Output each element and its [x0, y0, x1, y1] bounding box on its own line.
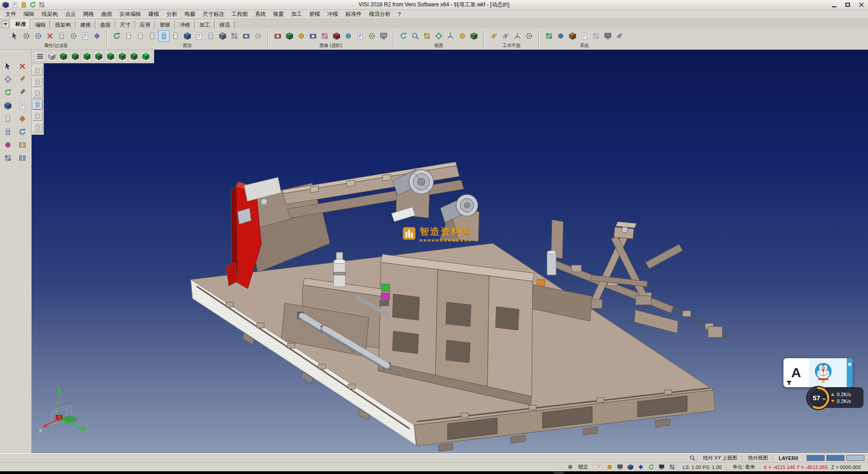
grid-status-icon[interactable] — [668, 463, 676, 471]
menu-item-file[interactable]: 文件 — [2, 9, 20, 19]
standards-icon[interactable] — [567, 31, 578, 41]
select-tool-icon[interactable] — [3, 61, 14, 71]
properties-icon[interactable] — [21, 31, 32, 41]
layer-cylinder-icon[interactable] — [57, 31, 67, 41]
filter-icon[interactable] — [33, 31, 43, 41]
units-readout[interactable]: 单位: 毫米 — [728, 464, 759, 470]
zoom-window-icon[interactable] — [410, 31, 420, 41]
mini-cylinder-icon-3[interactable] — [33, 88, 42, 98]
previous-view-icon[interactable] — [457, 31, 467, 41]
menu-item-pointcloud[interactable]: 点云 — [61, 9, 80, 19]
options-grid-icon[interactable] — [591, 31, 601, 41]
undo-tool-icon[interactable] — [17, 126, 28, 137]
open-file-icon[interactable] — [20, 1, 28, 9]
globe-icon[interactable] — [556, 31, 566, 41]
edit-tool-icon[interactable] — [17, 87, 28, 98]
layer-manager-icon[interactable] — [544, 31, 554, 41]
view-mode-label[interactable]: 绝对 XY 上视图 — [699, 455, 741, 461]
select-icon[interactable] — [9, 31, 20, 41]
catalog-icon[interactable] — [17, 152, 28, 163]
workspace-icon[interactable] — [38, 1, 46, 9]
lamp-status-icon[interactable] — [605, 463, 613, 471]
tab-modeling[interactable]: 建模 — [76, 20, 95, 28]
graphics-settings-icon[interactable] — [253, 31, 263, 41]
view-iso-icon[interactable] — [117, 51, 127, 62]
mini-cylinder-icon-6[interactable] — [33, 122, 42, 132]
erase-tool-icon[interactable] — [17, 61, 28, 71]
cad-model[interactable] — [32, 50, 868, 453]
line-tool-icon[interactable] — [17, 74, 28, 85]
camera-icon[interactable] — [308, 31, 318, 41]
tab-die[interactable]: 冲模 — [175, 20, 195, 28]
system-monitor-icon[interactable] — [603, 31, 613, 41]
menu-item-system[interactable]: 系统 — [251, 9, 269, 19]
workplane-3pt-icon[interactable] — [500, 31, 511, 41]
assistant-widget-card[interactable]: A — [783, 358, 853, 387]
shaded-edges-icon[interactable] — [159, 31, 169, 41]
mask-icon[interactable] — [92, 31, 102, 41]
tab-surface[interactable]: 曲面 — [96, 20, 115, 28]
menu-item-drafting[interactable]: 工程图 — [228, 9, 251, 19]
tab-mold[interactable]: 塑膜 — [156, 20, 175, 28]
minimize-button[interactable] — [827, 0, 841, 9]
drawing-view-icon[interactable] — [194, 31, 204, 41]
menu-item-machining[interactable]: 加工 — [288, 9, 306, 19]
menu-item-mold[interactable]: 塑模 — [306, 9, 324, 19]
shadow-icon[interactable] — [343, 31, 354, 41]
redraw-icon[interactable] — [112, 31, 122, 41]
preview-icon[interactable] — [378, 31, 389, 41]
menu-item-standard-parts[interactable]: 标准件 — [342, 9, 365, 19]
progress-gauge[interactable]: 57 % — [805, 384, 832, 412]
view-left-icon[interactable] — [81, 51, 92, 62]
print-status-icon[interactable] — [616, 463, 624, 471]
render-settings-icon[interactable] — [367, 31, 377, 41]
view-menu-icon[interactable] — [34, 51, 45, 62]
view-right-icon[interactable] — [93, 51, 104, 62]
sync-icon[interactable] — [29, 1, 37, 9]
search-icon[interactable] — [688, 454, 696, 462]
snapshot-icon[interactable] — [241, 31, 251, 41]
menu-item-surface[interactable]: 曲面 — [98, 9, 116, 19]
mini-cylinder-icon-5[interactable] — [33, 111, 42, 121]
doc-status-icon[interactable] — [595, 463, 603, 471]
menu-item-window[interactable]: 视窗 — [269, 9, 288, 19]
menu-item-help[interactable]: ? — [394, 10, 405, 19]
tab-moldflow[interactable]: 模流 — [215, 20, 235, 28]
snap-status-icon[interactable] — [637, 463, 645, 471]
menu-item-solid-edit[interactable]: 实体编辑 — [116, 9, 145, 19]
menu-item-electrode[interactable]: 电极 — [181, 9, 199, 19]
menu-item-modeling[interactable]: 建模 — [145, 9, 163, 19]
lock-toggle[interactable]: 锁定 — [574, 464, 592, 470]
attribute-icon[interactable] — [68, 31, 79, 41]
pan-icon[interactable] — [422, 31, 432, 41]
app-logo-icon[interactable] — [2, 1, 9, 9]
view-orientation-icon[interactable] — [445, 31, 456, 41]
point-tool-icon[interactable] — [3, 74, 14, 85]
texture-icon[interactable] — [320, 31, 330, 41]
workplane-icon[interactable] — [489, 31, 499, 41]
tab-wireframe[interactable]: 线架构 — [51, 20, 75, 28]
workplane-axis-icon[interactable] — [512, 31, 523, 41]
tab-application[interactable]: 应用 — [136, 20, 155, 28]
mini-cylinder-icon-1[interactable] — [33, 66, 42, 76]
new-file-icon[interactable] — [11, 1, 19, 9]
tab-standard[interactable]: 标准 — [11, 19, 30, 28]
view-front-icon[interactable] — [58, 51, 69, 62]
delete-filter-icon[interactable] — [45, 31, 55, 41]
maximize-button[interactable] — [841, 0, 854, 9]
menu-item-mesh[interactable]: 网格 — [80, 9, 98, 19]
zoom-all-icon[interactable] — [398, 31, 409, 41]
section-icon[interactable] — [331, 31, 342, 41]
solid-view-icon[interactable] — [182, 31, 193, 41]
bounding-box-icon[interactable] — [217, 31, 228, 41]
solid-tool-icon[interactable] — [3, 100, 14, 111]
refresh-status-icon[interactable] — [647, 463, 655, 471]
mini-cylinder-icon-2[interactable] — [33, 77, 42, 87]
material-icon[interactable] — [284, 31, 295, 41]
rotate-view-icon[interactable] — [434, 31, 444, 41]
menu-item-moldflow[interactable]: 模流分析 — [365, 9, 394, 19]
menu-item-die[interactable]: 冲模 — [324, 9, 342, 19]
translucent-icon[interactable] — [170, 31, 181, 41]
close-button[interactable] — [854, 0, 868, 9]
workplane-settings-icon[interactable] — [524, 31, 534, 41]
